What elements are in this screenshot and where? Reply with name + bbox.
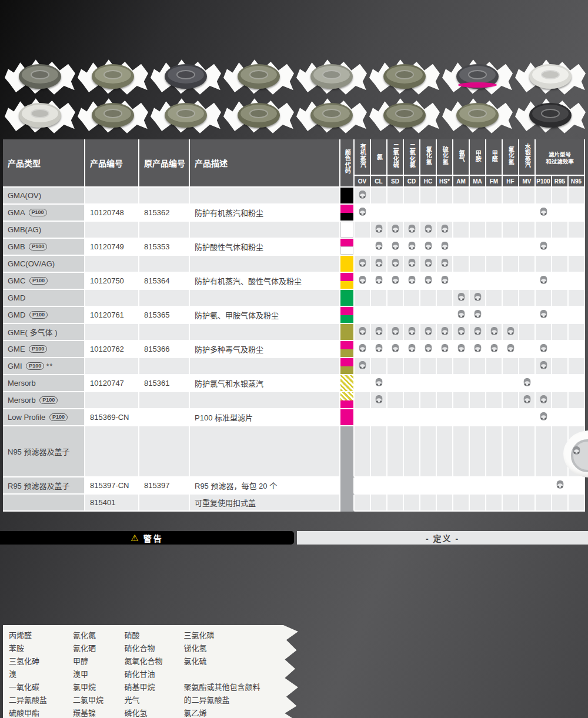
matrix-cell: [486, 426, 503, 477]
product-row: R95 预滤器及盖子815397-CN815397R95 预滤器，每包 20 个: [3, 477, 585, 495]
protection-mark-cell: [420, 273, 437, 290]
color-code-cell: [340, 222, 355, 239]
matrix-cell: [404, 409, 420, 426]
matrix-cell: [387, 188, 404, 205]
product-number-cell: [85, 426, 139, 477]
product-number-cell: [85, 188, 139, 205]
protection-mark-cell: [404, 324, 420, 341]
chemical-column: 三氯化磷锑化氢氯化硫 聚氨酯或其他包含颜料的二异氰酸盐氯乙烯: [184, 629, 298, 718]
matrix-cell: [404, 426, 420, 477]
protection-mark-cell: [371, 256, 387, 273]
respirator-icon: [374, 326, 384, 336]
cartridge-photo: [5, 98, 75, 134]
product-type-cell: GMB(AG): [3, 222, 85, 239]
color-swatch-white: [340, 246, 353, 255]
protection-mark-cell: [404, 273, 420, 290]
column-header-gas-sd: 二氧化硫: [387, 139, 404, 176]
matrix-cell: [519, 290, 536, 307]
product-table: 产品类型产品编号原产品编号产品描述颜色代码有机蒸汽氯二氧化硫二氧化氯氯化氢硫化氢…: [3, 139, 585, 512]
column-header-gas-ov: 有机蒸汽: [355, 139, 371, 176]
respirator-icon: [440, 275, 450, 285]
gas-abbr-sd: SD: [387, 176, 404, 188]
color-swatch-yellow: [340, 281, 353, 289]
matrix-cell: [437, 290, 453, 307]
product-row: GMC(OV/AG): [3, 256, 585, 273]
protection-mark-cell: [536, 392, 552, 409]
cartridge-photo: [515, 98, 586, 134]
matrix-cell: [519, 426, 536, 477]
protection-mark-cell: [404, 239, 420, 256]
product-row: GMC P10010120750815364防护有机蒸汽、酸性气体及粉尘: [3, 273, 585, 290]
matrix-cell: [486, 239, 503, 256]
product-desc-cell: 防护有机蒸汽、酸性气体及粉尘: [190, 273, 340, 290]
respirator-icon: [473, 309, 483, 319]
matrix-cell: [536, 290, 552, 307]
color-code-cell: [340, 290, 355, 307]
matrix-cell: [569, 324, 585, 341]
respirator-icon: [374, 378, 384, 387]
matrix-cell: [355, 426, 371, 477]
color-swatch-magenta: [340, 273, 353, 281]
color-swatch-olive: [340, 324, 353, 340]
protection-mark-cell: [552, 477, 569, 495]
matrix-cell: [453, 239, 470, 256]
color-swatch-gray: [340, 477, 353, 493]
matrix-cell: [355, 222, 371, 239]
matrix-cell: [371, 495, 387, 512]
product-row: GMD P10010120761815365防护氨、甲胺气体及粉尘: [3, 307, 585, 324]
matrix-cell: [404, 375, 420, 392]
chemical-item: 羰基镍: [73, 707, 124, 718]
column-header-filter-group: 滤片型号和过滤效率: [536, 139, 585, 176]
product-desc-cell: 可重复使用扣式盖: [190, 495, 340, 512]
product-type-cell: GMD: [3, 290, 85, 307]
respirator-icon: [358, 275, 368, 285]
respirator-icon: [374, 241, 384, 251]
column-header-gas-ma: 甲胺: [470, 139, 486, 176]
matrix-cell: [569, 341, 585, 358]
matrix-cell: [503, 290, 519, 307]
gas-abbr-cl: CL: [371, 176, 387, 188]
gas-abbr-hs: HS*: [437, 176, 453, 188]
matrix-cell: [503, 205, 519, 222]
respirator-icon: [423, 258, 433, 268]
color-swatch-white: [340, 222, 353, 238]
product-type-cell: Mersorb P100: [3, 392, 85, 409]
product-number-cell: 10120748: [85, 205, 139, 222]
matrix-cell: [453, 375, 470, 392]
matrix-cell: [552, 290, 569, 307]
matrix-cell: [486, 188, 503, 205]
cartridge-photo: [296, 98, 367, 134]
column-header-product-no: 产品编号: [85, 139, 139, 188]
matrix-cell: [404, 392, 420, 409]
matrix-cell: [569, 239, 585, 256]
matrix-cell: [453, 205, 470, 222]
cartridge-photo: [151, 59, 221, 95]
color-swatch-yellow: [340, 256, 353, 272]
warning-title: 警告: [143, 532, 163, 544]
matrix-cell: [569, 358, 585, 375]
gas-abbr-hf: HF: [503, 176, 519, 188]
product-row: GMA(OV): [3, 188, 585, 205]
color-swatch-magenta: [340, 307, 353, 315]
color-swatch-gray: [340, 426, 353, 476]
respirator-icon: [407, 258, 417, 268]
protection-mark-cell: [420, 256, 437, 273]
orig-number-cell: 815361: [139, 375, 190, 392]
matrix-cell: [420, 375, 437, 392]
chemical-item: 硝酸: [124, 629, 183, 642]
cartridge-photo: [369, 98, 440, 134]
matrix-cell: [371, 290, 387, 307]
matrix-cell: [486, 495, 503, 512]
matrix-cell: [470, 358, 486, 375]
product-row: GMD: [3, 290, 585, 307]
product-type-cell: Low Profile P100: [3, 409, 85, 426]
product-row: GMI P100 **: [3, 358, 585, 375]
matrix-cell: [470, 188, 486, 205]
matrix-cell: [519, 205, 536, 222]
protection-mark-cell: [387, 341, 404, 358]
color-code-cell: [340, 341, 355, 358]
product-type-cell: GME P100: [3, 341, 85, 358]
chemical-column: 硝酸硝化合物氮氧化合物硝化甘油硝基甲烷光气磷化氢: [124, 629, 183, 718]
matrix-cell: [453, 409, 470, 426]
matrix-cell: [552, 239, 569, 256]
